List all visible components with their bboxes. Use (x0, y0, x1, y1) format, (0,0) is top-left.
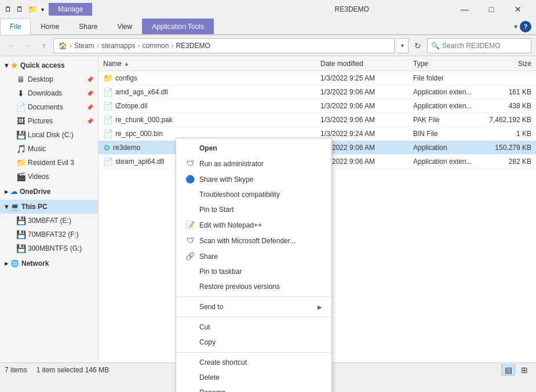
minimize-button[interactable]: — (451, 0, 478, 19)
sidebar-item-videos[interactable]: 🎬 Videos (0, 170, 98, 184)
sidebar-item-downloads[interactable]: ⬇ Downloads 📌 (0, 86, 98, 100)
resident-evil-icon: 📁 (16, 158, 25, 167)
context-menu-item[interactable]: 📝 Edit with Notepad++ (176, 217, 331, 233)
tab-view[interactable]: View (107, 19, 142, 34)
table-row[interactable]: 📄 re_chunk_000.pak 1/3/2022 9:06 AM PAK … (99, 113, 536, 127)
context-menu-item[interactable]: Delete (176, 370, 331, 385)
forward-button[interactable]: → (21, 39, 35, 53)
help-icon[interactable]: ? (520, 21, 531, 32)
address-dropdown[interactable]: ▾ (397, 38, 409, 53)
table-row[interactable]: 📁 configs 1/3/2022 9:25 AM File folder (99, 71, 536, 85)
manage-tab[interactable]: Manage (49, 3, 92, 16)
tab-share[interactable]: Share (69, 19, 107, 34)
context-menu-item[interactable]: Troubleshoot compatibility (176, 187, 331, 202)
sidebar-item-300mbntfs[interactable]: 💾 300MBNTFS (G:) (0, 241, 98, 255)
selected-info: 1 item selected 146 MB (37, 366, 109, 374)
col-date-label: Date modified (320, 60, 363, 68)
ctx-item-icon: 🔗 (185, 252, 195, 261)
30mbfat-icon: 💾 (16, 216, 25, 225)
search-input[interactable] (442, 42, 529, 50)
window-title: RE3DEMO (253, 5, 452, 13)
quick-access-arrow: ▾ (5, 61, 8, 69)
sidebar-section-quick-access: ▾ ★ Quick access 🖥 Desktop 📌 ⬇ Downloads… (0, 58, 98, 184)
ribbon: File Home Share View Application Tools ▾… (0, 19, 536, 35)
sidebar-item-music[interactable]: 🎵 Music (0, 142, 98, 156)
context-menu-item[interactable]: Send to ▶ (176, 299, 331, 314)
context-menu-item[interactable]: 🛡 Run as administrator (176, 156, 331, 171)
tiles-view-button[interactable]: ⊞ (517, 364, 531, 376)
path-steam[interactable]: Steam (74, 42, 94, 50)
ctx-item-label: Create shortcut (199, 358, 247, 367)
context-menu-item[interactable]: Cut (176, 320, 331, 335)
ctx-item-label: Scan with Microsoft Defender... (199, 237, 296, 245)
refresh-button[interactable]: ↻ (411, 39, 425, 53)
up-button[interactable]: ↑ (37, 39, 51, 53)
70mbfat32-label: 70MBFAT32 (F:) (28, 230, 79, 239)
context-menu-item[interactable]: Create shortcut (176, 355, 331, 370)
tab-file[interactable]: File (0, 19, 31, 35)
sidebar-item-documents[interactable]: 📄 Documents 📌 (0, 100, 98, 114)
sidebar-item-local-disk-c[interactable]: 💾 Local Disk (C:) (0, 128, 98, 142)
search-box[interactable]: 🔍 (427, 38, 531, 53)
file-type-cell: Application exten... (409, 157, 484, 166)
sidebar-item-70mbfat32[interactable]: 💾 70MBFAT32 (F:) (0, 228, 98, 241)
sidebar-item-pictures[interactable]: 🖼 Pictures 📌 (0, 114, 98, 128)
title-bar-tabs: Manage (44, 3, 243, 16)
search-icon: 🔍 (431, 42, 440, 50)
address-path[interactable]: 🏠 › Steam › steamapps › common › RE3DEMO (53, 38, 395, 53)
col-header-date[interactable]: Date modified (316, 60, 409, 68)
sidebar-header-quick-access[interactable]: ▾ ★ Quick access (0, 58, 98, 72)
context-menu-item[interactable]: 🔗 Share (176, 248, 331, 264)
table-row[interactable]: 📄 amd_ags_x64.dll 1/3/2022 9:06 AM Appli… (99, 85, 536, 99)
file-date-cell: 1/3/2022 9:24 AM (316, 130, 409, 138)
context-menu-separator (176, 317, 331, 317)
network-label: Network (21, 259, 49, 268)
context-menu-item[interactable]: Pin to Start (176, 202, 331, 217)
ribbon-expand-icon[interactable]: ▾ (514, 23, 517, 31)
close-button[interactable]: ✕ (505, 0, 531, 19)
quick-access-star-icon: ★ (10, 61, 18, 70)
tab-application-tools[interactable]: Application Tools (142, 19, 214, 34)
file-size-cell: 1 KB (484, 130, 536, 138)
file-name-cell: 📄 re_spc_000.bin (99, 129, 316, 138)
details-view-button[interactable]: ▤ (501, 364, 515, 376)
tab-home[interactable]: Home (31, 19, 69, 34)
sidebar-item-resident-evil[interactable]: 📁 Resident Evil 3 (0, 156, 98, 170)
downloads-icon: ⬇ (16, 89, 25, 98)
sidebar-header-network[interactable]: ▸ 🌐 Network (0, 257, 98, 270)
context-menu-item[interactable]: Pin to taskbar (176, 264, 331, 279)
sidebar-item-desktop[interactable]: 🖥 Desktop 📌 (0, 72, 98, 86)
file-date-cell: 1/3/2022 9:06 AM (316, 116, 409, 124)
ctx-item-icon: 📝 (185, 221, 195, 229)
col-header-size[interactable]: Size (484, 60, 536, 68)
network-arrow: ▸ (5, 259, 8, 268)
context-menu-item[interactable]: 🔵 Share with Skype (176, 171, 331, 187)
file-name: configs (115, 74, 137, 82)
context-menu-item[interactable]: Copy (176, 335, 331, 350)
music-icon: 🎵 (16, 144, 25, 153)
context-menu-item[interactable]: Restore previous versions (176, 279, 331, 294)
context-menu-item[interactable]: Open (176, 141, 331, 156)
file-type-cell: Application exten... (409, 88, 484, 96)
file-name-cell: 📄 iZotope.dll (99, 101, 316, 111)
path-steamapps[interactable]: steamapps (101, 42, 136, 50)
col-header-type[interactable]: Type (409, 60, 484, 68)
file-name: iZotope.dll (115, 102, 147, 110)
path-common[interactable]: common (142, 42, 169, 50)
path-re3demo[interactable]: RE3DEMO (176, 42, 210, 50)
table-row[interactable]: 📄 iZotope.dll 1/3/2022 9:06 AM Applicati… (99, 99, 536, 113)
ctx-item-icon: 🛡 (185, 159, 195, 168)
context-menu-item[interactable]: 🛡 Scan with Microsoft Defender... (176, 233, 331, 248)
col-header-name[interactable]: Name ▲ (99, 60, 316, 68)
ctx-item-label: Share (199, 252, 218, 261)
title-icon-blank2: 🗒 (16, 5, 23, 13)
maximize-button[interactable]: □ (478, 0, 505, 19)
context-menu-item[interactable]: Rename (176, 385, 331, 392)
sidebar-item-30mbfat[interactable]: 💾 30MBFAT (E:) (0, 214, 98, 228)
sidebar-header-this-pc[interactable]: ▾ 💻 This PC (0, 200, 98, 214)
back-button[interactable]: ← (5, 39, 19, 53)
application-tools-label: Application Tools (152, 23, 204, 31)
file-size-cell: 282 KB (484, 157, 536, 166)
local-disk-c-label: Local Disk (C:) (28, 131, 74, 139)
sidebar-header-onedrive[interactable]: ▸ ☁ OneDrive (0, 185, 98, 199)
